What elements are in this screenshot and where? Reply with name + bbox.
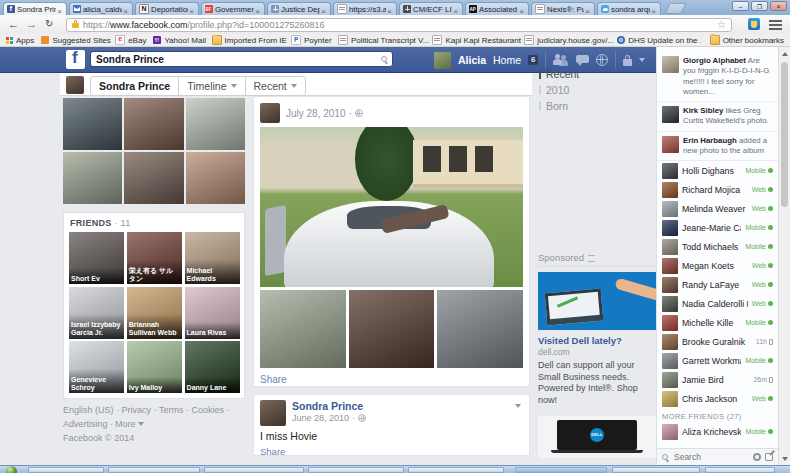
recent-dropdown[interactable]: Recent [246, 77, 305, 95]
privacy-shortcuts-icon[interactable] [623, 59, 632, 66]
reload-button[interactable]: ↻ [45, 16, 53, 32]
photo-thumbnail[interactable] [124, 98, 183, 150]
ticker-story[interactable]: Kirk Sibley likes Greg Curtis Wakefield'… [657, 102, 778, 132]
photo-thumbnail[interactable] [63, 152, 122, 204]
chat-contact-row[interactable]: Garrett Workman Mobile [657, 351, 778, 370]
post-author-avatar[interactable] [260, 400, 286, 426]
ad-image-dell-laptop[interactable] [538, 272, 657, 330]
taskbar-button[interactable] [612, 467, 700, 473]
window-close-button[interactable] [770, 1, 787, 11]
photo-thumbnail[interactable] [63, 98, 122, 150]
account-menu-caret-icon[interactable] [639, 58, 645, 62]
friend-tile[interactable]: Genevieve Schroy [69, 341, 124, 393]
ticker-avatar[interactable] [662, 136, 679, 153]
browser-tab[interactable]: Associated Pr [465, 2, 529, 15]
bookmark-item[interactable]: DHS Update on the ... [617, 36, 700, 45]
timeline-nav-item[interactable]: 2010 [539, 82, 629, 98]
chat-contact-row[interactable]: Michelle Kille Mobile [657, 313, 778, 332]
ticker-author-name[interactable]: Kirk Sibley [683, 106, 723, 115]
friend-tile[interactable]: Michael Edwards [185, 232, 240, 284]
friend-tile[interactable]: Briannah Sullivan Webb [127, 287, 182, 339]
chat-contact-row[interactable]: Holli Dighans Mobile [657, 161, 778, 180]
browser-tab[interactable]: Justice Depart [267, 2, 331, 15]
ticker-author-name[interactable]: Giorgio Alphabet [683, 56, 746, 65]
taskbar-button[interactable] [308, 467, 404, 473]
timeline-dropdown[interactable]: Timeline [179, 77, 245, 95]
chat-contact-row[interactable]: Megan Koets Web [657, 256, 778, 275]
browser-tab[interactable]: Sondra Prince [3, 2, 67, 15]
ad-title-link[interactable]: Visited Dell lately? [538, 335, 657, 346]
browser-tab[interactable]: https://s3.am [333, 2, 397, 15]
forward-button[interactable]: → [26, 16, 37, 32]
bookmark-item[interactable]: Kapi Kapi Restaurant [432, 35, 515, 45]
taskbar-button[interactable] [204, 467, 304, 473]
chat-contact-row[interactable]: Todd Michaels Mobile [657, 237, 778, 256]
chat-contact-row[interactable]: Richard Mojica Web [657, 180, 778, 199]
friend-tile[interactable]: Short Ev [69, 232, 124, 284]
bookmark-item[interactable]: Political Transcript V... [338, 35, 423, 45]
bookmark-item[interactable]: Imported From IE [212, 35, 282, 45]
window-minimize-button[interactable] [732, 1, 749, 11]
chat-settings-gear-icon[interactable] [753, 453, 761, 461]
bookmark-item[interactable]: Yahoo! Mail [153, 36, 202, 45]
chat-contact-row[interactable]: Chris Jackson Web [657, 389, 778, 408]
post-date[interactable]: July 28, 2010 · [286, 108, 363, 119]
taskbar-button[interactable] [408, 467, 504, 473]
ad-image-dell-inspiron[interactable]: DELL [538, 416, 657, 458]
chat-contact-row[interactable]: Nadia Calderolli P... Web [657, 294, 778, 313]
footer-more-link[interactable]: More [110, 418, 144, 432]
notifications-icon[interactable] [596, 54, 608, 66]
ticker-avatar[interactable] [662, 56, 679, 73]
friend-requests-icon[interactable] [553, 54, 569, 66]
browser-menu-icon[interactable] [769, 20, 782, 22]
friend-tile[interactable]: Ivy Malloy [127, 341, 182, 393]
page-scrollbar[interactable] [778, 47, 790, 465]
friend-tile[interactable]: Israel Izzybaby Garcia Jr. [69, 287, 124, 339]
chat-contact-row[interactable]: Aliza Krichevsky Mobile [657, 422, 778, 441]
ticker-story[interactable]: Giorgio Alphabet Are you friggin K-I-D-D… [657, 52, 778, 102]
footer-link[interactable]: Cookies [186, 405, 224, 415]
taskbar-button[interactable] [108, 467, 200, 473]
bookmark-item[interactable]: eBay [115, 35, 144, 45]
new-tab-button[interactable] [664, 3, 686, 14]
browser-tab[interactable]: CM/ECF LIVE [399, 2, 463, 15]
post-photo-thumbnail[interactable] [349, 290, 435, 368]
share-link[interactable]: Share [260, 374, 523, 385]
timeline-nav-item[interactable]: Born [539, 98, 629, 114]
post-options-chevron-icon[interactable] [515, 404, 521, 408]
chat-contact-row[interactable]: Brooke Guralnik 11h [657, 332, 778, 351]
bookmark-item[interactable]: Poynter [291, 35, 329, 45]
photo-thumbnail[interactable] [124, 152, 183, 204]
post-author-name[interactable]: Sondra Prince [292, 400, 366, 413]
post-photo-thumbnail[interactable] [437, 290, 523, 368]
chat-contact-row[interactable]: Randy LaFaye Web [657, 275, 778, 294]
taskbar-button[interactable] [705, 467, 775, 473]
facebook-search-input[interactable] [96, 54, 381, 65]
facebook-logo[interactable] [66, 50, 85, 69]
scroll-down-arrow-icon[interactable] [779, 452, 790, 465]
messages-icon[interactable] [576, 54, 589, 66]
profile-avatar[interactable] [66, 76, 84, 94]
photo-thumbnail[interactable] [186, 98, 245, 150]
scrollbar-thumb[interactable] [781, 62, 788, 207]
browser-tab[interactable]: Government S [201, 2, 265, 15]
profile-name-button[interactable]: Sondra Prince [91, 77, 179, 95]
chat-search-input[interactable] [672, 451, 749, 463]
post-author-avatar[interactable] [260, 103, 280, 123]
footer-link[interactable]: Privacy [116, 405, 151, 415]
nav-home-link[interactable]: Home [493, 54, 521, 66]
friend-tile[interactable]: 栄え有る サルタン [127, 232, 182, 284]
other-bookmarks-button[interactable]: Other bookmarks [710, 35, 784, 45]
window-maximize-button[interactable] [751, 1, 768, 11]
friend-tile[interactable]: Danny Lane [185, 341, 240, 393]
bookmark-item[interactable]: Apps [6, 36, 32, 45]
start-orb-icon[interactable] [6, 466, 17, 473]
bookmark-item[interactable]: judiciary.house.gov/... [524, 35, 608, 45]
facebook-search-box[interactable] [90, 51, 393, 67]
browser-tab[interactable]: Nexis®: Publ [531, 2, 595, 15]
browser-tab[interactable]: Deportation c [135, 2, 199, 15]
taskbar-button[interactable] [515, 467, 607, 473]
post-date[interactable]: June 28, 2010 · [292, 413, 366, 423]
photo-thumbnail[interactable] [186, 152, 245, 204]
user-avatar[interactable] [434, 52, 451, 69]
